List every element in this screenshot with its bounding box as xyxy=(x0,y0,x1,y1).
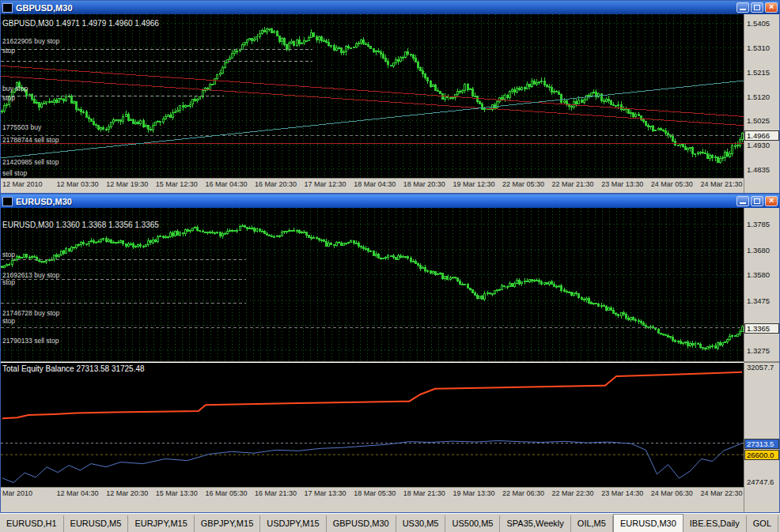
time-tick: 16 Mar 21:30 xyxy=(255,489,297,497)
chart-tab[interactable]: EURJPY,M15 xyxy=(128,515,194,532)
window-title: EURUSD,M30 xyxy=(16,197,72,206)
chart-tab[interactable]: US30,M5 xyxy=(396,515,446,532)
chart-tab[interactable]: US500,M5 xyxy=(445,515,500,532)
price-tick: 1.5025 xyxy=(747,116,770,125)
chart-window-gbpusd: GBPUSD,M30 GBPUSD,M30 1.4971 1.4979 1.49… xyxy=(0,0,780,194)
time-tick: 18 Mar 04:30 xyxy=(354,180,396,188)
price-tick: 1.5310 xyxy=(747,43,770,52)
titlebar-eurusd[interactable]: EURUSD,M30 xyxy=(1,194,779,208)
order-label: 21746728 buy stop xyxy=(2,309,59,317)
order-label: stop xyxy=(2,251,15,258)
order-label: stop xyxy=(2,317,15,325)
order-label: 21622905 buy stop xyxy=(2,37,59,45)
chart-tab[interactable]: EURUSD,M30 xyxy=(613,514,683,532)
chart-canvas xyxy=(1,14,744,178)
price-tick: 1.4835 xyxy=(747,165,770,174)
chart-tab[interactable]: SPA35,Weekly xyxy=(500,515,570,532)
chart-tab[interactable]: EURUSD,H1 xyxy=(0,515,64,532)
order-label: 1775503 buy xyxy=(2,123,41,131)
time-tick: 15 Mar 12:30 xyxy=(156,180,198,188)
time-tick: 17 Mar 12:30 xyxy=(305,180,346,188)
time-tick: 23 Mar 14:30 xyxy=(601,489,643,497)
time-tick: 12 Mar 03:30 xyxy=(57,180,99,188)
axis-corner xyxy=(744,178,779,193)
time-tick: 15 Mar 13:30 xyxy=(156,489,198,497)
order-label: stop xyxy=(2,47,15,55)
chart-tab[interactable]: USDJPY,M15 xyxy=(260,515,326,532)
close-button[interactable] xyxy=(765,196,778,206)
price-tick: 1.3580 xyxy=(747,270,770,279)
time-tick: 22 Mar 22:30 xyxy=(552,489,594,497)
order-label: 21790133 sell stop xyxy=(2,337,59,345)
axis-corner xyxy=(744,485,779,512)
equity-price-axis[interactable]: 32057.724747.627313.526600.0 xyxy=(744,361,779,485)
time-tick: 23 Mar 13:30 xyxy=(601,180,643,188)
time-tick: 22 Mar 21:30 xyxy=(552,180,594,188)
order-label: buy stop xyxy=(2,85,28,92)
minimize-button[interactable] xyxy=(736,196,749,206)
gbpusd-chart-plot[interactable]: GBPUSD,M30 1.4971 1.4979 1.4960 1.4966 2… xyxy=(1,14,744,178)
price-tick: 32057.7 xyxy=(747,363,774,372)
time-tick: 16 Mar 05:30 xyxy=(205,489,247,497)
titlebar-gbpusd[interactable]: GBPUSD,M30 xyxy=(1,1,779,14)
window-filler xyxy=(1,190,744,193)
current-price-box: 1.4966 xyxy=(744,130,779,141)
eurusd-price-axis[interactable]: 1.37851.36801.35801.34751.33751.32751.33… xyxy=(744,208,779,361)
current-price-box: 27313.5 xyxy=(744,439,779,449)
time-tick: 22 Mar 06:30 xyxy=(502,489,544,497)
order-label: stop xyxy=(2,94,15,102)
gbpusd-time-axis[interactable]: 12 Mar 201012 Mar 03:3012 Mar 19:3015 Ma… xyxy=(1,178,744,190)
chart-tab[interactable]: GBPJPY,M15 xyxy=(195,515,260,532)
chart-icon xyxy=(2,197,13,206)
eurusd-time-axis[interactable]: Mar 201012 Mar 04:3012 Mar 20:3015 Mar 1… xyxy=(1,487,744,500)
price-tick: 1.3680 xyxy=(747,246,770,255)
time-tick: 16 Mar 04:30 xyxy=(205,180,247,188)
current-price-box: 26600.0 xyxy=(744,450,779,460)
window-controls xyxy=(736,2,778,13)
gbpusd-price-axis[interactable]: 1.54051.53101.52151.51201.50251.49301.48… xyxy=(744,14,779,178)
price-tick: 1.3475 xyxy=(747,296,770,305)
time-tick: 24 Mar 21:30 xyxy=(700,180,742,188)
time-tick: 17 Mar 13:30 xyxy=(305,489,346,497)
eurusd-chart-plot[interactable]: EURUSD,M30 1.3360 1.3368 1.3356 1.3365 s… xyxy=(1,208,744,361)
price-tick: 1.3785 xyxy=(747,220,770,228)
time-tick: 24 Mar 22:30 xyxy=(700,489,742,497)
price-tick: 1.3275 xyxy=(747,346,770,355)
time-tick: 12 Mar 19:30 xyxy=(106,180,148,188)
price-tick: 1.5405 xyxy=(747,19,770,28)
time-tick: 18 Mar 21:30 xyxy=(403,489,445,497)
maximize-button[interactable] xyxy=(751,196,763,206)
time-tick: 18 Mar 20:30 xyxy=(403,180,445,188)
window-title: GBPUSD,M30 xyxy=(16,3,73,13)
ohlc-info: EURUSD,M30 1.3360 1.3368 1.3356 1.3365 xyxy=(2,221,159,229)
chart-icon xyxy=(2,3,13,13)
equity-indicator-pane[interactable]: Total Equity Balance 27313.58 31725.48 xyxy=(1,363,744,487)
indicator-canvas xyxy=(1,363,744,487)
time-tick: 19 Mar 13:30 xyxy=(452,489,494,497)
price-tick: 1.5120 xyxy=(747,92,770,101)
minimize-button[interactable] xyxy=(736,2,749,13)
mt4-workspace: GBPUSD,M30 GBPUSD,M30 1.4971 1.4979 1.49… xyxy=(0,0,780,532)
time-tick: 18 Mar 05:30 xyxy=(354,489,396,497)
chart-tabs: EURUSD,H1EURUSD,M5EURJPY,M15GBPJPY,M15US… xyxy=(0,513,780,532)
price-tick: 1.5215 xyxy=(747,68,770,77)
time-tick: 19 Mar 12:30 xyxy=(452,180,494,188)
close-button[interactable] xyxy=(765,2,778,13)
chart-tab[interactable]: OIL,M5 xyxy=(571,515,613,532)
time-tick: 22 Mar 05:30 xyxy=(502,180,544,188)
maximize-button[interactable] xyxy=(751,2,763,13)
window-filler xyxy=(1,500,744,512)
chart-tab[interactable]: GOL xyxy=(747,515,778,532)
chart-tab[interactable]: GBPUSD,M30 xyxy=(327,515,396,532)
price-tick: 1.4930 xyxy=(747,141,770,149)
time-tick: 24 Mar 06:30 xyxy=(651,489,693,497)
order-label: sell stop xyxy=(2,169,27,177)
time-tick: 16 Mar 20:30 xyxy=(255,180,297,188)
chart-tab[interactable]: IBE.ES,Daily xyxy=(683,515,747,532)
chart-window-eurusd: EURUSD,M30 EURUSD,M30 1.3360 1.3368 1.33… xyxy=(0,194,780,513)
chart-tab[interactable]: EURUSD,M5 xyxy=(64,515,129,532)
time-tick: 24 Mar 05:30 xyxy=(651,180,693,188)
time-tick: Mar 2010 xyxy=(2,489,32,497)
ohlc-info: GBPUSD,M30 1.4971 1.4979 1.4960 1.4966 xyxy=(2,19,159,28)
order-label: 21420985 sell stop xyxy=(2,158,59,166)
